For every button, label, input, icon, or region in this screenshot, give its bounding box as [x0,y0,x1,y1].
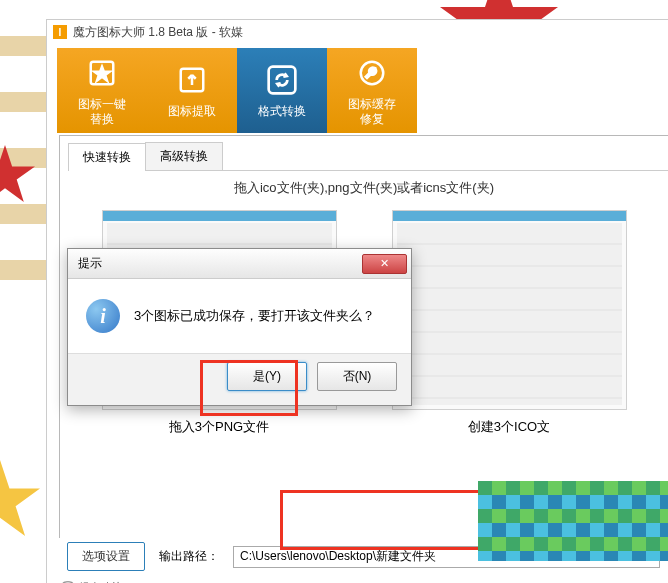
star-icon [84,55,120,91]
yes-button[interactable]: 是(Y) [227,362,307,391]
tab-quick-convert[interactable]: 快速转换 [68,143,146,171]
tool-cache-repair[interactable]: 图标缓存 修复 [327,48,417,133]
refresh-icon [264,62,300,98]
dialog-title-bar: 提示 ✕ [68,249,411,279]
window-title: 魔方图标大师 1.8 Beta 版 - 软媒 [73,24,243,41]
target-panel: 创建3个ICO文 [392,210,627,436]
upload-icon [174,62,210,98]
svg-marker-4 [95,67,110,81]
toolbar: 图标一键 替换 图标提取 格式转换 图标缓存 修复 [47,44,668,133]
close-button[interactable]: ✕ [362,254,407,274]
tool-label: 格式转换 [258,104,306,118]
target-caption: 创建3个ICO文 [392,418,627,436]
instruction-text: 拖入ico文件(夹),png文件(夹)或者icns文件(夹) [60,179,668,197]
tool-label: 图标提取 [168,104,216,118]
app-icon: I [53,25,67,39]
tool-label: 图标缓存 修复 [348,97,396,126]
svg-marker-2 [0,460,40,536]
tab-advanced-convert[interactable]: 高级转换 [145,142,223,170]
tabs: 快速转换 高级转换 [68,142,668,171]
tool-label: 图标一键 替换 [78,97,126,126]
no-button[interactable]: 否(N) [317,362,397,391]
svg-marker-1 [0,145,35,202]
confirmation-dialog: 提示 ✕ i 3个图标已成功保存，要打开该文件夹么？ 是(Y) 否(N) [67,248,412,406]
decorative-star-yellow [0,460,40,536]
title-bar: I 魔方图标大师 1.8 Beta 版 - 软媒 [47,20,668,44]
decorative-star-red [0,145,35,202]
tool-extract-icons[interactable]: 图标提取 [147,48,237,133]
pixelation-overlay [478,481,668,561]
wrench-icon [354,55,390,91]
options-button[interactable]: 选项设置 [67,542,145,571]
target-thumbnail [392,210,627,410]
tool-replace-icons[interactable]: 图标一键 替换 [57,48,147,133]
svg-rect-6 [269,67,296,94]
info-icon: i [86,299,120,333]
dialog-message: 3个图标已成功保存，要打开该文件夹么？ [134,307,375,325]
tool-format-convert[interactable]: 格式转换 [237,48,327,133]
output-path-label: 输出路径： [159,548,219,565]
source-caption: 拖入3个PNG文件 [102,418,337,436]
dialog-title: 提示 [78,255,102,272]
